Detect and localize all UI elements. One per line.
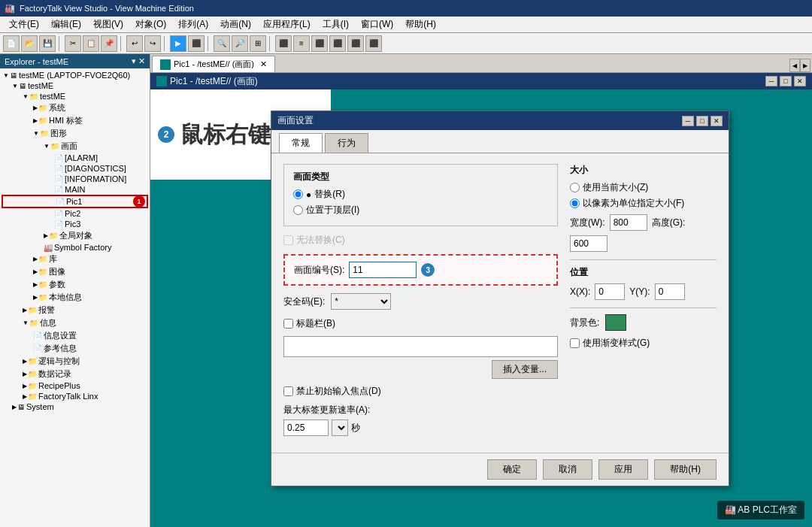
width-input[interactable]	[610, 214, 647, 231]
screen-num-input[interactable]	[349, 262, 417, 278]
align-left-btn[interactable]: ⬛	[275, 35, 292, 52]
max-rate-input[interactable]	[283, 419, 329, 436]
menu-animate[interactable]: 动画(N)	[214, 17, 257, 32]
copy-btn[interactable]: 📋	[83, 35, 99, 52]
tree-recipe[interactable]: ▶ 📁 RecipePlus	[2, 380, 148, 391]
expand-icon-recipe[interactable]: ▶	[23, 383, 27, 389]
tree-params[interactable]: ▶ 📁 参数	[2, 278, 148, 291]
bg-color-swatch[interactable]	[605, 314, 626, 331]
expand-icon-testme2[interactable]: ▼	[23, 93, 29, 100]
dialog-tab-behavior[interactable]: 行为	[325, 133, 368, 153]
radio-toplayer[interactable]: 位置于顶层(I)	[293, 204, 548, 217]
save-btn[interactable]: 💾	[39, 35, 56, 52]
align-top-btn[interactable]: ⬛	[329, 35, 346, 52]
tree-graphics[interactable]: ▼ 📁 图形	[2, 127, 148, 140]
undo-btn[interactable]: ↩	[126, 35, 143, 52]
cancel-btn[interactable]: 取消	[543, 459, 592, 480]
menu-view[interactable]: 视图(V)	[87, 17, 129, 32]
radio-use-pixel-input[interactable]	[570, 198, 580, 208]
tab-pic1[interactable]: Pic1 - /testME// (画面) ✕	[152, 56, 275, 72]
tree-alarm[interactable]: 📄 [ALARM]	[2, 153, 148, 163]
radio-toplayer-input[interactable]	[293, 205, 303, 215]
tree-local-info[interactable]: ▶ 📁 本地信息	[2, 291, 148, 304]
paste-btn[interactable]: 📌	[101, 35, 117, 52]
disable-focus-checkbox[interactable]	[283, 386, 293, 396]
expand-icon-images[interactable]: ▶	[33, 268, 38, 275]
pic1-max-btn[interactable]: □	[780, 76, 792, 86]
tree-pic2[interactable]: 📄 Pic2	[2, 208, 148, 219]
pic1-close-btn[interactable]: ✕	[794, 76, 806, 86]
align-center-btn[interactable]: ≡	[293, 35, 310, 52]
tree-testme1[interactable]: ▼ 🖥 testME	[2, 80, 148, 91]
expand-icon-root[interactable]: ▼	[3, 72, 9, 79]
tab-close-pic1[interactable]: ✕	[260, 59, 267, 69]
open-btn[interactable]: 📂	[21, 35, 38, 52]
zoom-out-btn[interactable]: 🔎	[232, 35, 248, 52]
title-bar-checkbox[interactable]	[283, 319, 293, 329]
expand-icon-graphics[interactable]: ▼	[33, 130, 39, 137]
tree-msg-settings[interactable]: 📄 信息设置	[2, 329, 148, 342]
menu-tools[interactable]: 工具(I)	[317, 17, 355, 32]
menu-arrange[interactable]: 排列(A)	[172, 17, 214, 32]
gradient-checkbox[interactable]	[570, 338, 580, 348]
dialog-close-btn[interactable]: ✕	[710, 116, 723, 126]
tree-system-node[interactable]: ▶ 🖥 System	[2, 401, 148, 412]
menu-application[interactable]: 应用程序(L)	[257, 17, 317, 32]
tree-ftlinx[interactable]: ▶ 📁 FactoryTalk Linx	[2, 391, 148, 401]
y-input[interactable]	[655, 283, 685, 300]
redo-btn[interactable]: ↪	[144, 35, 161, 52]
security-select[interactable]: *	[331, 293, 391, 310]
tree-images[interactable]: ▶ 📁 图像	[2, 265, 148, 278]
expand-icon-alarm2[interactable]: ▶	[23, 307, 27, 313]
menu-object[interactable]: 对象(O)	[129, 17, 172, 32]
expand-icon-ftlinx[interactable]: ▶	[23, 393, 27, 400]
tree-datalog[interactable]: ▶ 📁 数据记录	[2, 368, 148, 380]
insert-variable-btn[interactable]: 插入变量...	[492, 360, 558, 379]
expand-icon-local-info[interactable]: ▶	[33, 294, 38, 301]
expand-icon-library[interactable]: ▶	[33, 256, 38, 262]
gradient-checkbox-item[interactable]: 使用渐变样式(G)	[570, 337, 717, 350]
align-middle-btn[interactable]: ⬛	[347, 35, 364, 52]
tree-symbol[interactable]: 🏭 Symbol Factory	[2, 242, 148, 253]
expand-icon-screens[interactable]: ▼	[44, 143, 50, 150]
dialog-max-btn[interactable]: □	[696, 116, 708, 126]
pic1-min-btn[interactable]: ─	[765, 76, 777, 86]
dialog-tab-general[interactable]: 常规	[279, 133, 323, 153]
tree-msg-ref[interactable]: 📄 参考信息	[2, 342, 148, 355]
expand-icon-system-node[interactable]: ▶	[12, 404, 17, 410]
radio-use-current[interactable]: 使用当前大小(Z)	[570, 181, 717, 194]
expand-icon-global[interactable]: ▶	[44, 232, 48, 239]
no-replace-checkbox[interactable]	[283, 235, 293, 245]
max-rate-unit-select[interactable]: ▼	[332, 419, 348, 436]
tree-pic1[interactable]: 📄 Pic1 1	[2, 195, 148, 208]
expand-icon-system[interactable]: ▶	[33, 104, 38, 111]
expand-icon-params[interactable]: ▶	[33, 281, 38, 288]
cut-btn[interactable]: ✂	[65, 35, 81, 52]
tree-logic[interactable]: ▶ 📁 逻辑与控制	[2, 355, 148, 368]
menu-edit[interactable]: 编辑(E)	[45, 17, 87, 32]
apply-btn[interactable]: 应用	[598, 459, 648, 480]
tree-info[interactable]: 📄 [INFORMATION]	[2, 174, 148, 184]
radio-use-current-input[interactable]	[570, 183, 580, 192]
tree-alarm2[interactable]: ▶ 📁 报警	[2, 304, 148, 317]
radio-use-pixel[interactable]: 以像素为单位指定大小(F)	[570, 197, 717, 210]
tree-hmi[interactable]: ▶ 📁 HMI 标签	[2, 114, 148, 127]
tree-main[interactable]: 📄 MAIN	[2, 184, 148, 195]
tab-nav-left[interactable]: ◀	[789, 59, 800, 72]
radio-replace[interactable]: ● 替换(R)	[293, 188, 548, 201]
text-input-field[interactable]	[283, 336, 558, 357]
height-input[interactable]	[570, 235, 607, 252]
expand-icon-message[interactable]: ▼	[23, 320, 29, 326]
tree-pic3[interactable]: 📄 Pic3	[2, 219, 148, 229]
run-btn[interactable]: ▶	[170, 35, 186, 52]
x-input[interactable]	[595, 283, 625, 300]
tree-message[interactable]: ▼ 📁 信息	[2, 317, 148, 329]
zoom-in-btn[interactable]: 🔍	[214, 35, 230, 52]
disable-focus-checkbox-item[interactable]: 禁止初始输入焦点(D)	[283, 385, 558, 398]
expand-icon-logic[interactable]: ▶	[23, 358, 27, 365]
tree-diag[interactable]: 📄 [DIAGNOSTICS]	[2, 163, 148, 174]
dialog-min-btn[interactable]: ─	[682, 116, 694, 126]
tree-root[interactable]: ▼ 🖥 testME (LAPTOP-FVOE2Q60)	[2, 70, 148, 80]
title-bar-checkbox-item[interactable]: 标题栏(B)	[283, 317, 558, 330]
expand-icon-testme1[interactable]: ▼	[12, 83, 18, 89]
